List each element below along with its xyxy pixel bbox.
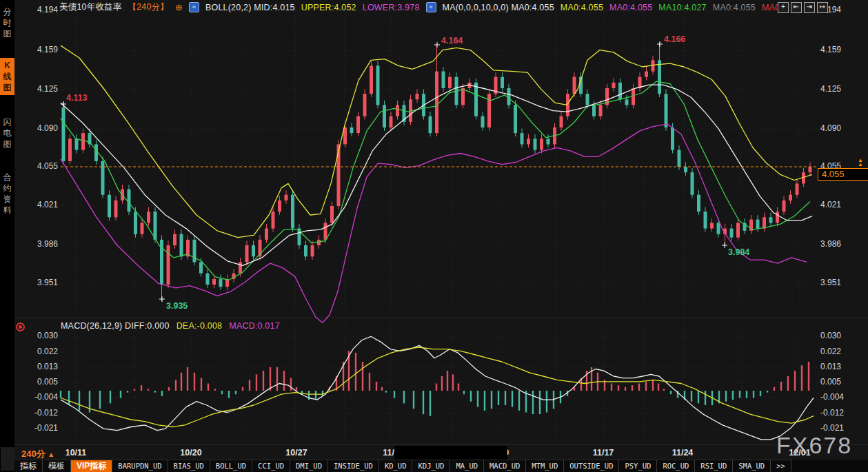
left-axis-label: 0.022 xyxy=(0,347,58,356)
scale-left-icon[interactable]: ⇤ xyxy=(791,2,802,13)
tab--[interactable]: >> xyxy=(771,460,791,472)
tab-psy_ud[interactable]: PSY_UD xyxy=(619,460,657,472)
boll-lower-line xyxy=(61,124,807,322)
date-label: 11/17 xyxy=(593,448,614,458)
tab-outside_ud[interactable]: OUTSIDE_UD xyxy=(564,460,619,472)
left-axis-label: 4.159 xyxy=(0,45,58,54)
indicator-header: 美债10年收益率【240分】⊕≈BOLL(20,2) MID:4.015UPPE… xyxy=(59,1,783,13)
interval-arrow-icon: ▲ xyxy=(48,451,54,458)
price-marker-icon: ▲ ▲ xyxy=(858,158,863,167)
tab-cci_ud[interactable]: CCI_UD xyxy=(252,460,290,472)
macd-header: MACD(26,12,9) DIFF:0.000DEA:-0.008MACD:0… xyxy=(61,321,280,331)
last-price-tag: 4.055 xyxy=(818,168,868,181)
right-axis-label: 0.013 xyxy=(820,362,867,371)
app-window: 4.1134.1644.1663.9353.984 分 时 图K 线 图闪 电 … xyxy=(0,0,868,472)
left-axis-label: 0.013 xyxy=(0,362,58,371)
svg-text:4.113: 4.113 xyxy=(66,93,88,103)
ma0-yellow-value: MA0:4.055 xyxy=(561,3,603,12)
right-axis-label: 4.021 xyxy=(820,200,867,209)
interval-label: 240分 xyxy=(21,449,46,459)
overlay-patch xyxy=(394,446,507,460)
right-axis-label: 3.986 xyxy=(820,239,867,249)
indicator-tabbar: 指标模板VIP指标BARUPDN_UDBIAS_UDBOLL_UDCCI_UDD… xyxy=(14,460,868,472)
indicator-settings-icon[interactable] xyxy=(16,322,25,331)
tab-bias_ud[interactable]: BIAS_UD xyxy=(168,460,210,472)
left-axis-label: 0.030 xyxy=(0,331,58,340)
tab-kdj_ud[interactable]: KDJ_UD xyxy=(412,460,450,472)
macd-diff-value: MACD(26,12,9) DIFF:0.000 xyxy=(61,321,170,331)
left-axis-label: 3.986 xyxy=(0,239,58,249)
left-axis-label: -0.021 xyxy=(0,423,58,433)
chart-title: 美债10年收益率 xyxy=(59,1,122,13)
chart-tool-buttons: +⇤⇥↦ xyxy=(778,2,828,13)
boll-lower-value: LOWER:3.978 xyxy=(363,3,420,12)
tab-boll_ud[interactable]: BOLL_UD xyxy=(210,460,252,472)
tab-kd_ud[interactable]: KD_UD xyxy=(379,460,413,472)
tab-ma_ud[interactable]: MA_UD xyxy=(450,460,484,472)
left-axis-label: 4.055 xyxy=(0,161,58,171)
chart-canvas[interactable]: 4.1134.1644.1663.9353.984 xyxy=(0,0,868,472)
macd-dea-value: DEA:-0.008 xyxy=(176,321,223,331)
left-axis-label: 0.005 xyxy=(0,377,58,387)
tab-dmi_ud[interactable]: DMI_UD xyxy=(290,460,328,472)
right-axis-label: 0.005 xyxy=(820,377,867,387)
right-axis-label: -0.021 xyxy=(820,423,867,433)
ma-params-value: MA(0,0,0,10,0,0) MA0:4.055 xyxy=(443,3,554,12)
move-icon[interactable]: + xyxy=(778,2,789,13)
right-axis-label: 4.125 xyxy=(820,84,867,94)
right-axis-label: -0.012 xyxy=(820,408,867,418)
tab-inside_ud[interactable]: INSIDE_UD xyxy=(328,460,379,472)
tab-macd_ud[interactable]: MACD_UD xyxy=(484,460,526,472)
tab-指标[interactable]: 指标 xyxy=(14,460,43,472)
left-axis-label: -0.004 xyxy=(0,392,58,402)
macd-macd-value: MACD:0.017 xyxy=(229,321,280,331)
sidebar-item-flash-chart[interactable]: 闪 电 图 xyxy=(0,114,14,152)
tab-vip指标[interactable]: VIP指标 xyxy=(71,460,112,472)
interval-selector[interactable]: 240分 ▲ xyxy=(21,448,54,460)
svg-text:4.166: 4.166 xyxy=(664,34,685,44)
macd-histogram xyxy=(61,351,809,415)
date-label: 11/24 xyxy=(672,448,694,458)
right-axis-label: 4.159 xyxy=(820,45,867,54)
tab-barupdn_ud[interactable]: BARUPDN_UD xyxy=(112,460,168,472)
svg-text:3.935: 3.935 xyxy=(166,301,188,311)
right-axis-label: 3.951 xyxy=(820,278,867,287)
tab-roc_ud[interactable]: ROC_UD xyxy=(657,460,695,472)
circle-plus-icon[interactable]: ⊕ xyxy=(175,3,183,12)
left-axis-label: 4.021 xyxy=(0,200,58,209)
svg-text:4.164: 4.164 xyxy=(441,36,463,45)
right-axis-label: 0.030 xyxy=(820,331,867,340)
tab-rsi_ud[interactable]: RSI_UD xyxy=(695,460,733,472)
svg-text:3.984: 3.984 xyxy=(728,247,749,257)
boll-upper-value: UPPER:4.052 xyxy=(301,3,356,12)
pan-right-icon[interactable]: ↦ xyxy=(817,2,828,13)
date-label: 10/27 xyxy=(285,448,307,458)
left-axis-label: 3.951 xyxy=(0,278,58,287)
scale-right-icon[interactable]: ⇥ xyxy=(804,2,815,13)
bottom-left-corner xyxy=(1,447,14,471)
tab-sma_ud[interactable]: SMA_UD xyxy=(733,460,771,472)
watermark: FX678 xyxy=(776,432,852,459)
boll-mid-value: BOLL(20,2) MID:4.015 xyxy=(205,3,295,12)
ma0-gray-value: MA0:4.055 xyxy=(713,3,756,12)
left-axis-label: 4.194 xyxy=(0,5,58,14)
interval-badge: 【240分】 xyxy=(128,1,170,13)
date-label: 10/11 xyxy=(65,448,87,458)
left-axis-label: -0.012 xyxy=(0,408,58,418)
ma0-magenta-value: MA0:4.055 xyxy=(609,3,652,12)
left-axis-label: 4.125 xyxy=(0,84,58,94)
tab-mtm_ud[interactable]: MTM_UD xyxy=(526,460,564,472)
last-price-value: 4.055 xyxy=(822,169,845,179)
time-axis: 240分 ▲ 10/1110/2010/2711/311/1011/1711/2… xyxy=(14,444,868,460)
left-axis-label: 4.090 xyxy=(0,123,58,133)
chart-icon[interactable]: ≈ xyxy=(189,2,199,12)
sidebar-item-contract-info[interactable]: 合 约 资 料 xyxy=(0,170,14,218)
tab-模板[interactable]: 模板 xyxy=(43,460,71,472)
ma10-green-value: MA10:4.027 xyxy=(658,3,706,12)
right-axis-label: -0.004 xyxy=(820,392,867,402)
chart-icon[interactable]: ≈ xyxy=(426,2,436,12)
date-label: 10/20 xyxy=(180,448,201,458)
right-axis-label: 4.090 xyxy=(820,123,867,133)
right-axis-label: 0.022 xyxy=(820,347,867,356)
